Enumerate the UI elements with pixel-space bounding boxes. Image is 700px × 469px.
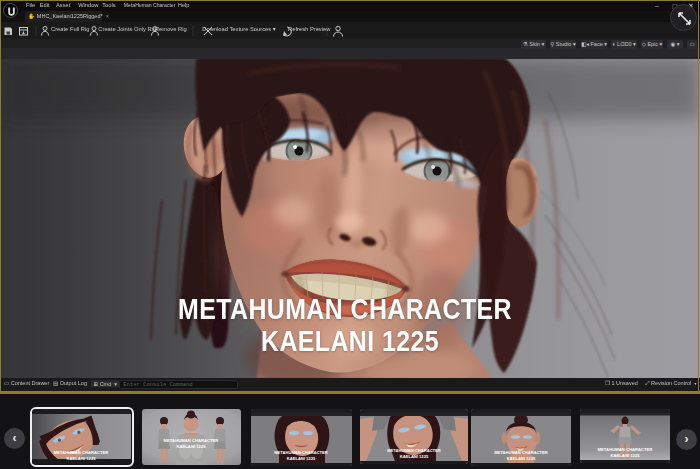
svg-text:METAHUMAN CHARACTER: METAHUMAN CHARACTER — [598, 447, 653, 452]
svg-text:METAHUMAN CHARACTER: METAHUMAN CHARACTER — [54, 450, 109, 455]
svg-text:KAELANI 1225: KAELANI 1225 — [610, 453, 640, 458]
svg-text:METAHUMAN CHARACTER: METAHUMAN CHARACTER — [274, 450, 328, 455]
svg-text:KAELANI 1225: KAELANI 1225 — [287, 456, 316, 461]
svg-text:KAELANI 1225: KAELANI 1225 — [176, 444, 206, 449]
svg-text:KAELANI 1225: KAELANI 1225 — [507, 456, 536, 461]
svg-text:METAHUMAN CHARACTER: METAHUMAN CHARACTER — [494, 450, 548, 455]
svg-text:METAHUMAN CHARACTER: METAHUMAN CHARACTER — [387, 448, 441, 453]
svg-text:KAELANI 1225: KAELANI 1225 — [400, 454, 429, 459]
svg-text:METAHUMAN CHARACTER: METAHUMAN CHARACTER — [164, 438, 219, 443]
svg-text:KAELANI 1225: KAELANI 1225 — [66, 456, 96, 461]
